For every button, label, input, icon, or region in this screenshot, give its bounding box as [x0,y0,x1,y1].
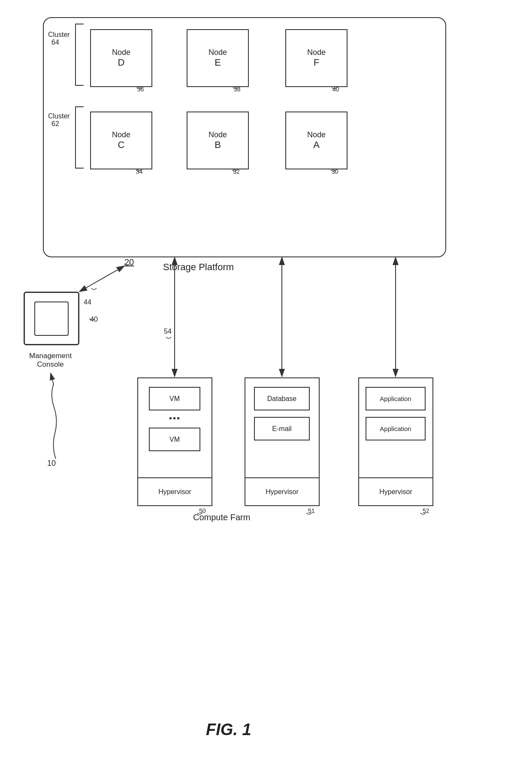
storage-platform-ref: 20 [124,257,134,267]
node-f-ref: 40 [332,86,339,93]
node-c-box: Node C [90,112,152,169]
compute-box-51: Database E-mail Hypervisor [245,377,320,506]
node-d-box: Node D [90,29,152,87]
svg-line-7 [51,373,54,385]
application-1-box: Application [366,387,426,410]
compute-box-50: VM ••• VM Hypervisor [137,377,212,506]
compute-farm-label: Compute Farm [193,513,250,522]
ref-10: 10 [47,459,56,468]
mgmt-ref-44: 44 [84,299,91,306]
management-console-box [24,292,79,345]
node-d-ref: 36 [137,86,144,93]
vm-dots: ••• [138,413,212,423]
mgmt-ref-40: 40 [90,316,98,323]
node-b-ref: 32 [233,168,240,175]
node-f-box: Node F [285,29,348,87]
svg-text:54: 54 [164,328,172,335]
node-b-box: Node B [187,112,249,169]
compute-ref-52: 52 [423,507,429,514]
hypervisor-50: Hypervisor [138,477,212,505]
hypervisor-51: Hypervisor [245,477,319,505]
email-box: E-mail [254,417,310,440]
management-console-label: ManagementConsole [19,352,82,369]
hypervisor-52: Hypervisor [359,477,432,505]
figure-label: FIG. 1 [206,721,251,739]
cluster-64-label: Cluster 64 [48,31,70,46]
management-console-inner [34,302,69,336]
cluster-62-bracket [75,106,84,169]
database-box: Database [254,387,310,410]
node-e-ref: 38 [234,86,241,93]
vm-bottom-box: VM [149,428,200,451]
storage-platform-label: Storage Platform [163,262,234,273]
svg-line-3 [79,266,124,292]
cluster-64-bracket [75,24,84,86]
application-2-box: Application [366,417,426,440]
node-e-box: Node E [187,29,249,87]
compute-box-52: Application Application Hypervisor [358,377,433,506]
diagram: 20 Storage Platform Cluster 64 Cluster 6… [0,0,532,763]
cluster-62-label: Cluster 62 [48,112,70,128]
node-a-box: Node A [285,112,348,169]
compute-ref-51: 51 [308,507,315,514]
vm-top-box: VM [149,387,200,410]
node-c-ref: 34 [136,168,143,175]
node-a-ref: 30 [332,168,339,175]
